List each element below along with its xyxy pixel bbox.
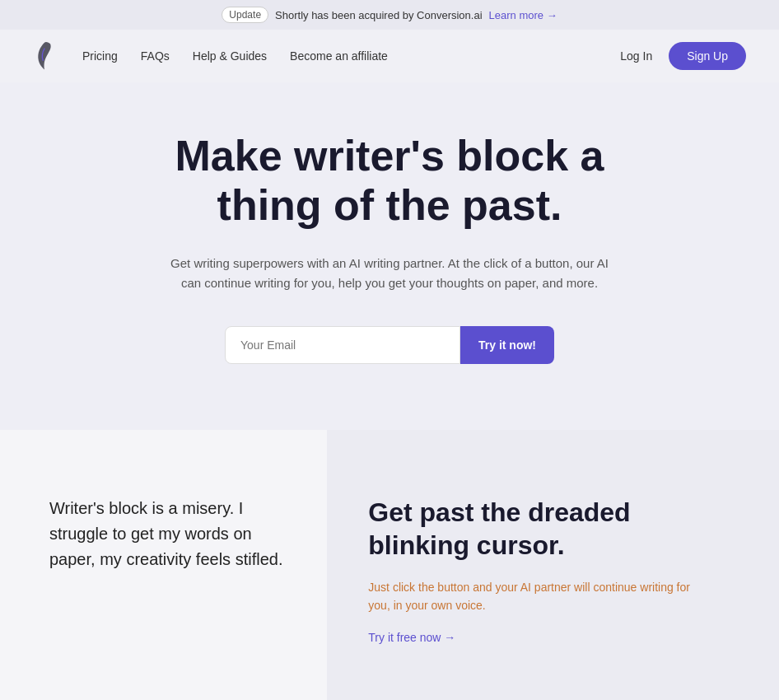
logo-icon <box>33 41 56 71</box>
hero-section: Make writer's block a thing of the past.… <box>0 82 779 430</box>
hero-heading-line1: Make writer's block a <box>175 132 604 180</box>
right-description: Just click the button and your AI partne… <box>368 578 714 615</box>
left-panel-text: Writer's block is a misery. I struggle t… <box>49 496 286 572</box>
login-button[interactable]: Log In <box>620 49 652 63</box>
right-heading-line1: Get past the dreaded <box>368 497 630 527</box>
nav-right: Log In Sign Up <box>620 42 746 70</box>
right-heading: Get past the dreaded blinking cursor. <box>368 496 730 562</box>
nav-help[interactable]: Help & Guides <box>193 49 267 63</box>
logo[interactable] <box>33 41 56 71</box>
try-free-link[interactable]: Try it free now → <box>368 631 730 644</box>
content-section: Writer's block is a misery. I struggle t… <box>0 430 779 700</box>
nav-left: Pricing FAQs Help & Guides Become an aff… <box>33 41 388 71</box>
hero-heading-line2: thing of the past. <box>217 181 562 229</box>
announcement-bar: Update Shortly has been acquired by Conv… <box>0 0 779 30</box>
nav-affiliate[interactable]: Become an affiliate <box>290 49 388 63</box>
right-heading-line2: blinking cursor. <box>368 530 564 560</box>
nav-pricing[interactable]: Pricing <box>82 49 118 63</box>
email-form: Try it now! <box>225 326 554 364</box>
right-panel: Get past the dreaded blinking cursor. Ju… <box>327 430 779 700</box>
left-panel: Writer's block is a misery. I struggle t… <box>0 430 327 700</box>
hero-heading: Make writer's block a thing of the past. <box>142 132 637 231</box>
update-badge: Update <box>222 7 268 23</box>
nav-links: Pricing FAQs Help & Guides Become an aff… <box>82 49 388 63</box>
signup-button[interactable]: Sign Up <box>669 42 746 70</box>
announcement-text: Shortly has been acquired by Conversion.… <box>275 9 482 21</box>
email-input[interactable] <box>225 326 460 364</box>
navbar: Pricing FAQs Help & Guides Become an aff… <box>0 30 779 82</box>
try-now-button[interactable]: Try it now! <box>460 326 554 364</box>
learn-more-link[interactable]: Learn more → <box>489 9 557 21</box>
hero-subtitle: Get writing superpowers with an AI writi… <box>159 254 620 293</box>
nav-faqs[interactable]: FAQs <box>141 49 170 63</box>
